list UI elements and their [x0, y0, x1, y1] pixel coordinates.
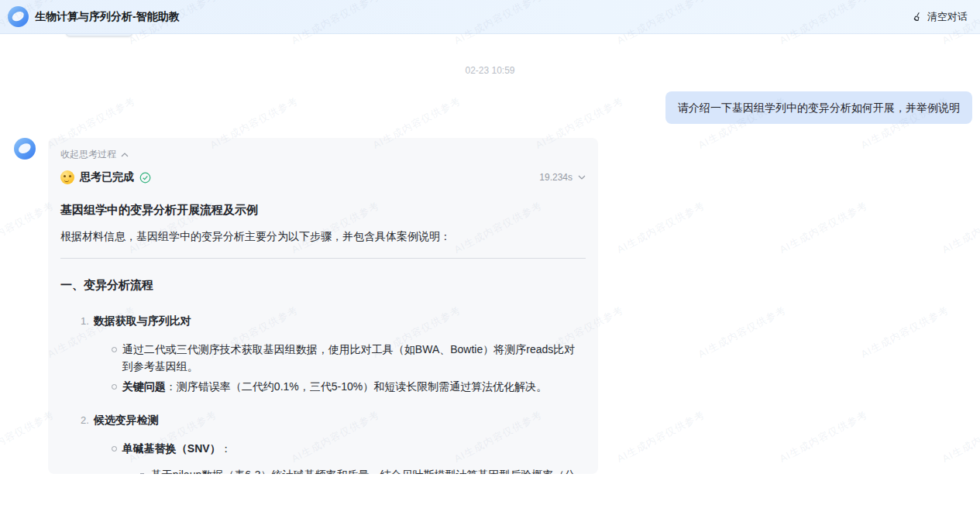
chat-area: 02-23 10:59 请介绍一下基因组学列中的变异分析如何开展，并举例说明 收… [0, 34, 980, 515]
list-number: 2. [81, 412, 89, 474]
user-message-bubble: 请介绍一下基因组学列中的变异分析如何开展，并举例说明 [665, 91, 972, 124]
divider [60, 258, 586, 259]
answer-title: 基因组学中的变异分析开展流程及示例 [60, 203, 586, 218]
assistant-avatar [14, 138, 36, 160]
collapse-thinking-label: 收起思考过程 [60, 148, 116, 161]
app-logo-icon [8, 6, 29, 27]
thinking-status-row[interactable]: 思考已完成 19.234s [60, 170, 586, 184]
thinking-status: 思考已完成 [80, 170, 134, 184]
clear-chat-button[interactable]: 清空对话 [913, 10, 968, 24]
list-item: 通过二代或三代测序技术获取基因组数据，使用比对工具（如BWA、Bowtie）将测… [111, 341, 586, 375]
step-title: 数据获取与序列比对 [94, 313, 586, 329]
collapse-thinking-toggle[interactable]: 收起思考过程 [60, 148, 129, 161]
check-circle-icon [139, 172, 151, 184]
thinking-duration: 19.234s [539, 172, 573, 183]
thinking-face-icon [60, 170, 74, 184]
list-item: 1. 数据获取与序列比对 通过二代或三代测序技术获取基因组数据，使用比对工具（如… [81, 313, 586, 398]
list-item: 2. 候选变异检测 单碱基替换（SNV）： 基于pileup数据（表6-3）统计… [81, 412, 586, 474]
app-title: 生物计算与序列分析-智能助教 [35, 10, 180, 24]
broom-icon [913, 12, 923, 22]
chevron-down-icon[interactable] [578, 175, 586, 180]
list-number: 1. [81, 313, 89, 398]
bullet-list: 通过二代或三代测序技术获取基因组数据，使用比对工具（如BWA、Bowtie）将测… [94, 341, 586, 395]
brand: 生物计算与序列分析-智能助教 [8, 6, 180, 27]
list-item: 基于pileup数据（表6-3）统计碱基频率和质量，结合贝叶斯模型计算基因型后验… [139, 466, 586, 474]
message-timestamp: 02-23 10:59 [0, 65, 980, 76]
list-item: 单碱基替换（SNV）： 基于pileup数据（表6-3）统计碱基频率和质量，结合… [111, 440, 586, 474]
assistant-message-row: 收起思考过程 思考已完成 19.234s [14, 138, 598, 474]
answer-intro: 根据材料信息，基因组学中的变异分析主要分为以下步骤，并包含具体案例说明： [60, 228, 586, 245]
clear-chat-label: 清空对话 [927, 10, 968, 24]
section-title: 一、变异分析流程 [60, 278, 586, 293]
steps-list: 1. 数据获取与序列比对 通过二代或三代测序技术获取基因组数据，使用比对工具（如… [60, 313, 586, 474]
header: 生物计算与序列分析-智能助教 清空对话 [0, 0, 980, 34]
user-message-row: 请介绍一下基因组学列中的变异分析如何开展，并举例说明 [665, 91, 972, 124]
assistant-message-card: 收起思考过程 思考已完成 19.234s [48, 138, 598, 474]
list-item: 关键问题：测序错误率（二代约0.1%，三代5-10%）和短读长限制需通过算法优化… [111, 378, 586, 395]
sub-bullet-list: 基于pileup数据（表6-3）统计碱基频率和质量，结合贝叶斯模型计算基因型后验… [122, 466, 586, 474]
chevron-up-icon [121, 153, 129, 157]
app-window: 生物计算与序列分析-智能助教 清空对话 02-23 10:59 请介绍一下基因组… [0, 0, 980, 515]
bullet-list: 单碱基替换（SNV）： 基于pileup数据（表6-3）统计碱基频率和质量，结合… [94, 440, 586, 474]
step-title: 候选变异检测 [94, 412, 586, 428]
